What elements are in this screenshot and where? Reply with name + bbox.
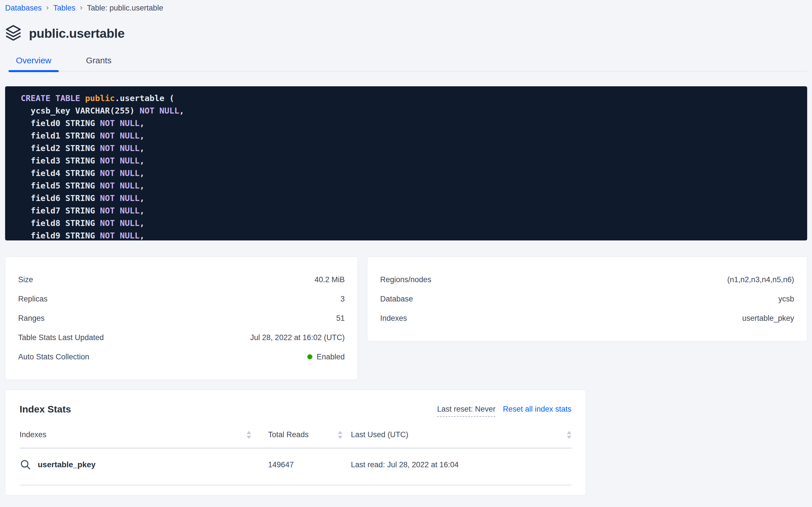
table-row-divider	[19, 485, 571, 486]
stat-value: Jul 28, 2022 at 16:02 (UTC)	[250, 333, 345, 342]
sql-line: field6 STRING NOT NULL,	[21, 192, 799, 205]
stat-label: Indexes	[380, 314, 407, 323]
breadcrumb-link-databases[interactable]: Databases	[5, 4, 42, 12]
create-table-sql-box: CREATE TABLE public.usertable ( ycsb_key…	[5, 86, 807, 240]
sql-line: field4 STRING NOT NULL,	[21, 167, 799, 179]
stat-value: 40.2 MiB	[314, 275, 345, 284]
sql-token-keyword: NOT NULL	[100, 206, 140, 216]
sql-line: field3 STRING NOT NULL,	[21, 155, 799, 167]
sql-token-plain: ,	[140, 144, 144, 153]
sql-line: CREATE TABLE public.usertable (	[21, 92, 799, 105]
stat-label: Database	[380, 295, 413, 303]
chevron-right-icon: ›	[80, 3, 82, 12]
sql-line: field5 STRING NOT NULL,	[21, 179, 799, 192]
index-stats-table: Indexes Total Reads Last Used (UTC)	[19, 430, 571, 486]
index-stats-header: Index Stats Last reset: Never Reset all …	[19, 404, 571, 417]
sql-token-plain: ,	[140, 131, 144, 140]
sql-token-plain: field0 STRING	[21, 118, 100, 128]
tab-grants[interactable]: Grants	[79, 56, 119, 71]
sort-icon[interactable]	[338, 431, 342, 439]
table-stats-card: Size 40.2 MiB Replicas 3 Ranges 51 Table…	[5, 257, 358, 380]
stat-row-replicas: Replicas 3	[18, 289, 345, 308]
reset-controls: Last reset: Never Reset all index stats	[437, 404, 571, 417]
index-name[interactable]: usertable_pkey	[38, 460, 96, 469]
column-header-indexes[interactable]: Indexes	[19, 430, 260, 439]
breadcrumb-link-tables[interactable]: Tables	[53, 4, 75, 12]
stat-label: Regions/nodes	[380, 275, 431, 284]
stat-row-database: Database ycsb	[380, 289, 794, 308]
status-enabled-dot	[307, 354, 312, 359]
page-header: public.usertable	[5, 24, 807, 43]
breadcrumb: Databases › Tables › Table: public.usert…	[5, 2, 807, 14]
table-meta-card: Regions/nodes (n1,n2,n3,n4,n5,n6) Databa…	[367, 257, 807, 341]
reset-all-index-stats-link[interactable]: Reset all index stats	[503, 405, 571, 413]
stat-row-ranges: Ranges 51	[18, 308, 345, 328]
chevron-right-icon: ›	[46, 3, 49, 12]
column-header-total-reads[interactable]: Total Reads	[260, 430, 342, 439]
index-name-cell[interactable]: usertable_pkey	[19, 459, 260, 471]
last-reset-tooltip-trigger[interactable]: Last reset: Never	[437, 405, 496, 417]
search-icon	[19, 459, 32, 471]
sql-line: field1 STRING NOT NULL,	[21, 129, 799, 142]
sort-icon[interactable]	[247, 431, 251, 439]
sql-token-keyword: NOT NULL	[100, 118, 140, 128]
stat-value: 51	[336, 314, 345, 323]
stat-value: ycsb	[778, 295, 794, 303]
last-used-cell: Last read: Jul 28, 2022 at 16:04	[342, 460, 571, 469]
sql-token-plain: field5 STRING	[21, 181, 100, 190]
sql-token-keyword: NOT NULL	[100, 181, 140, 190]
breadcrumb-current: Table: public.usertable	[87, 4, 163, 12]
sql-token-keyword: NOT NULL	[100, 156, 140, 166]
sql-token-keyword: NOT NULL	[100, 131, 140, 140]
stat-row-indexes: Indexes usertable_pkey	[380, 308, 794, 328]
sql-token-keyword: CREATE TABLE	[21, 94, 85, 103]
stat-row-regions: Regions/nodes (n1,n2,n3,n4,n5,n6)	[380, 270, 794, 289]
sql-token-keyword: NOT NULL	[140, 106, 179, 116]
sql-token-plain: ,	[140, 231, 144, 240]
total-reads-cell: 149647	[260, 460, 342, 469]
sql-token-plain: field8 STRING	[21, 218, 100, 228]
sort-icon[interactable]	[567, 431, 571, 439]
status-text: Enabled	[317, 352, 345, 361]
sql-token-schema: public	[85, 94, 115, 103]
sql-token-keyword: NOT NULL	[100, 168, 140, 178]
sql-token-plain: field4 STRING	[21, 168, 100, 178]
sql-line: field0 STRING NOT NULL,	[21, 117, 799, 129]
tab-overview[interactable]: Overview	[8, 56, 59, 71]
sql-token-plain: field7 STRING	[21, 206, 100, 216]
stat-label: Size	[18, 275, 33, 284]
sql-token-plain: field6 STRING	[21, 193, 100, 203]
sql-token-plain: ,	[140, 218, 144, 228]
sql-token-plain: field1 STRING	[21, 131, 100, 140]
page-title: public.usertable	[29, 26, 125, 41]
sql-line: ycsb_key VARCHAR(255) NOT NULL,	[21, 105, 799, 117]
sql-line: field2 STRING NOT NULL,	[21, 142, 799, 155]
stat-label: Ranges	[18, 314, 45, 323]
index-stats-table-header: Indexes Total Reads Last Used (UTC)	[19, 430, 571, 448]
column-label: Total Reads	[268, 430, 309, 439]
index-table-row: usertable_pkey 149647 Last read: Jul 28,…	[19, 449, 571, 485]
column-label: Indexes	[19, 430, 47, 439]
table-details-page: Databases › Tables › Table: public.usert…	[0, 0, 812, 495]
sql-token-plain: ,	[140, 206, 144, 216]
sql-token-plain: ,	[140, 181, 144, 190]
sql-token-keyword: NOT NULL	[100, 231, 140, 240]
layers-stack-icon	[5, 24, 21, 43]
sql-token-keyword: NOT NULL	[100, 218, 140, 228]
sql-token-plain: ycsb_key VARCHAR(255)	[21, 106, 140, 116]
stat-row-size: Size 40.2 MiB	[18, 270, 345, 289]
sql-token-plain: field3 STRING	[21, 156, 100, 166]
sql-token-plain: .usertable (	[115, 94, 175, 103]
sql-token-plain: ,	[140, 168, 144, 178]
sql-token-plain: ,	[179, 106, 184, 116]
sql-token-plain: field9 STRING	[21, 231, 100, 240]
stat-value: Enabled	[307, 352, 345, 361]
stat-label: Table Stats Last Updated	[18, 333, 104, 342]
index-stats-card: Index Stats Last reset: Never Reset all …	[5, 390, 586, 495]
column-label: Last Used (UTC)	[351, 430, 409, 439]
sql-line: field7 STRING NOT NULL,	[21, 205, 799, 217]
stat-value: 3	[340, 295, 345, 303]
sql-token-keyword: NOT NULL	[100, 193, 140, 203]
tab-bar: Overview Grants	[8, 56, 807, 71]
column-header-last-used[interactable]: Last Used (UTC)	[342, 430, 571, 439]
